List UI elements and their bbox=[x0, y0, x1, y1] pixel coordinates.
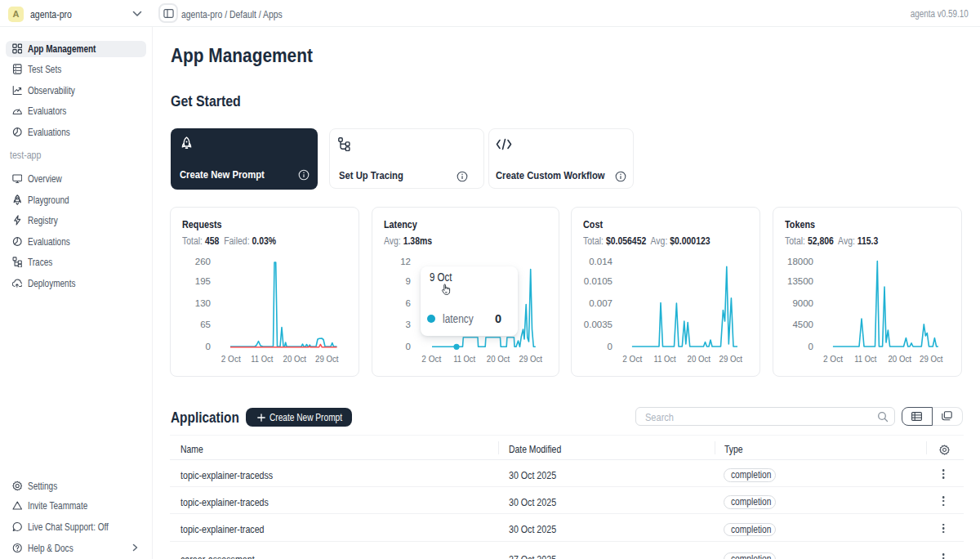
svg-text:9000: 9000 bbox=[792, 298, 813, 308]
svg-text:65: 65 bbox=[200, 320, 211, 329]
svg-text:0.0035: 0.0035 bbox=[584, 320, 612, 329]
svg-text:2 Oct: 2 Oct bbox=[823, 354, 844, 364]
svg-text:20 Oct: 20 Oct bbox=[888, 354, 911, 364]
svg-text:2 Oct: 2 Oct bbox=[221, 354, 242, 364]
svg-text:130: 130 bbox=[195, 298, 211, 308]
svg-text:0.007: 0.007 bbox=[589, 298, 612, 308]
svg-text:11 Oct: 11 Oct bbox=[654, 354, 677, 364]
svg-text:0: 0 bbox=[808, 342, 813, 351]
svg-text:3: 3 bbox=[406, 320, 411, 329]
svg-text:9: 9 bbox=[406, 276, 411, 286]
svg-text:11 Oct: 11 Oct bbox=[251, 354, 274, 364]
svg-text:11 Oct: 11 Oct bbox=[453, 354, 476, 364]
svg-text:12: 12 bbox=[400, 257, 411, 266]
svg-text:2 Oct: 2 Oct bbox=[622, 354, 643, 364]
svg-text:20 Oct: 20 Oct bbox=[487, 354, 510, 364]
svg-text:0: 0 bbox=[206, 342, 211, 351]
svg-text:29 Oct: 29 Oct bbox=[920, 354, 943, 364]
svg-text:4500: 4500 bbox=[792, 320, 813, 329]
svg-text:260: 260 bbox=[195, 257, 211, 266]
svg-text:0: 0 bbox=[608, 342, 612, 351]
svg-text:0: 0 bbox=[406, 342, 411, 351]
svg-text:13500: 13500 bbox=[787, 276, 813, 286]
svg-text:0.014: 0.014 bbox=[589, 257, 612, 266]
svg-text:11 Oct: 11 Oct bbox=[854, 354, 877, 364]
svg-text:29 Oct: 29 Oct bbox=[719, 354, 743, 364]
svg-text:29 Oct: 29 Oct bbox=[519, 354, 543, 364]
svg-text:0.0105: 0.0105 bbox=[584, 276, 612, 286]
svg-text:20 Oct: 20 Oct bbox=[688, 354, 711, 364]
svg-text:29 Oct: 29 Oct bbox=[315, 354, 339, 364]
svg-text:2 Oct: 2 Oct bbox=[421, 354, 442, 364]
svg-text:18000: 18000 bbox=[787, 257, 813, 266]
svg-text:195: 195 bbox=[195, 276, 211, 286]
svg-text:6: 6 bbox=[406, 298, 411, 308]
svg-text:20 Oct: 20 Oct bbox=[283, 354, 307, 364]
